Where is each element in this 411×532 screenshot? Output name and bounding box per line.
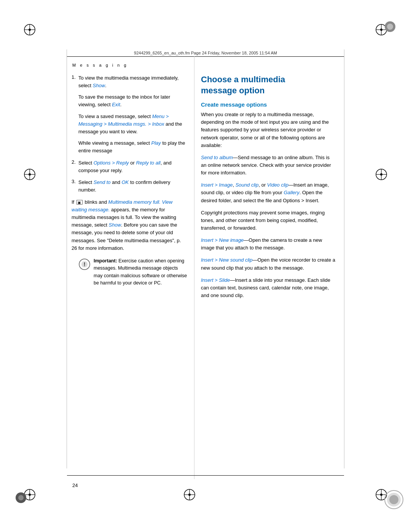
note-box: ! Important: Exercise caution when openi…: [78, 257, 188, 287]
svg-point-7: [380, 29, 382, 31]
svg-point-27: [188, 494, 191, 496]
left-border: [67, 50, 67, 468]
svg-point-13: [29, 173, 31, 176]
list-text-1: To view the multimedia message immediate…: [78, 74, 188, 89]
memory-icon: ▣: [76, 200, 83, 204]
exit-link: Exit: [112, 102, 120, 107]
video-clip-link: Video clip: [267, 182, 288, 188]
reply-all-link: Reply to all: [136, 160, 160, 166]
svg-point-23: [18, 495, 24, 500]
memory-para: If ▣ blinks and Multimedia memory full. …: [72, 198, 188, 252]
note-bold: Important:: [94, 258, 117, 264]
reg-mark-mr: [374, 168, 388, 181]
play-link: Play: [151, 140, 161, 146]
option-new-sound: Insert > New sound clip—Open the voice r…: [201, 256, 336, 272]
svg-text:!: !: [84, 261, 86, 267]
section-title: Create message options: [201, 101, 336, 108]
list-item-1: 1. To view the multimedia message immedi…: [72, 74, 188, 89]
new-sound-link: Insert > New sound clip: [201, 257, 252, 263]
option-new-image: Insert > New image—Open the camera to cr…: [201, 236, 336, 252]
list-num-2: 2.: [72, 159, 78, 174]
list-item-2: 2. Select Options > Reply or Reply to al…: [72, 159, 188, 174]
show-link-1: Show: [93, 83, 105, 88]
reg-mark-br-deco: [384, 490, 403, 509]
insert-image-link: Insert > Image: [201, 182, 233, 188]
reg-mark-bm: [183, 488, 196, 502]
page: 9244299_6265_en_au_oth.fm Page 24 Friday…: [0, 0, 411, 532]
header-line: [67, 56, 344, 57]
option-slide: Insert > Slide—Insert a slide into your …: [201, 276, 336, 299]
section-label: M e s s a g i n g: [72, 63, 128, 67]
right-border: [344, 50, 344, 468]
option-send-to-album: Send to album—Send message to an online …: [201, 154, 336, 177]
list-item-3: 3. Select Send to and OK to confirm deli…: [72, 179, 188, 194]
option-insert-media: Insert > Image, Sound clip, or Video cli…: [201, 181, 336, 204]
main-title: Choose a multimedia message option: [201, 74, 336, 96]
list-num-3: 3.: [72, 179, 78, 194]
header-text: 9244299_6265_en_au_oth.fm Page 24 Friday…: [0, 51, 411, 55]
left-column: 1. To view the multimedia message immedi…: [72, 74, 188, 287]
reg-mark-bl-dark: [15, 492, 27, 503]
svg-point-17: [380, 173, 382, 176]
memory-link: Multimedia memory full. View waiting mes…: [72, 199, 172, 212]
send-album-link: Send to album: [201, 155, 233, 160]
indent-para-2: To view a saved message, select Menu > M…: [78, 113, 188, 136]
ok-link: OK: [122, 179, 129, 185]
right-column: Choose a multimedia message option Creat…: [201, 74, 336, 304]
list-num-1: 1.: [72, 74, 78, 89]
indent-para-1: To save the message to the inbox for lat…: [78, 93, 188, 109]
svg-point-31: [380, 494, 382, 496]
important-icon: !: [78, 258, 91, 270]
list-text-3: Select Send to and OK to confirm deliver…: [78, 179, 188, 194]
send-to-link: Send to: [94, 179, 111, 185]
sound-clip-link: Sound clip: [236, 182, 259, 188]
menu-link: Menu > Messaging > Multimedia msgs. > In…: [78, 113, 169, 127]
note-text: Important: Exercise caution when opening…: [94, 257, 188, 287]
gallery-link: Gallery: [284, 190, 299, 195]
intro-para: When you create or reply to a multimedia…: [201, 111, 336, 149]
slide-link: Insert > Slide: [201, 277, 230, 283]
reg-mark-tr-dark: [384, 21, 396, 32]
svg-point-21: [29, 494, 31, 496]
svg-point-3: [29, 29, 31, 31]
svg-point-9: [387, 24, 393, 30]
show-link-2: Show: [109, 222, 121, 228]
center-divider: [194, 56, 194, 479]
footer-line: [67, 475, 344, 476]
options-link: Options > Reply: [94, 160, 129, 166]
copyright-note: Copyright protections may prevent some i…: [201, 209, 336, 232]
reg-mark-ml: [23, 168, 37, 181]
reg-mark-tl: [23, 23, 37, 37]
page-number: 24: [72, 482, 78, 488]
svg-point-34: [389, 495, 398, 504]
new-image-link: Insert > New image: [201, 237, 244, 243]
list-text-2: Select Options > Reply or Reply to all, …: [78, 159, 188, 174]
indent-para-3: While viewing a message, select Play to …: [78, 139, 188, 155]
